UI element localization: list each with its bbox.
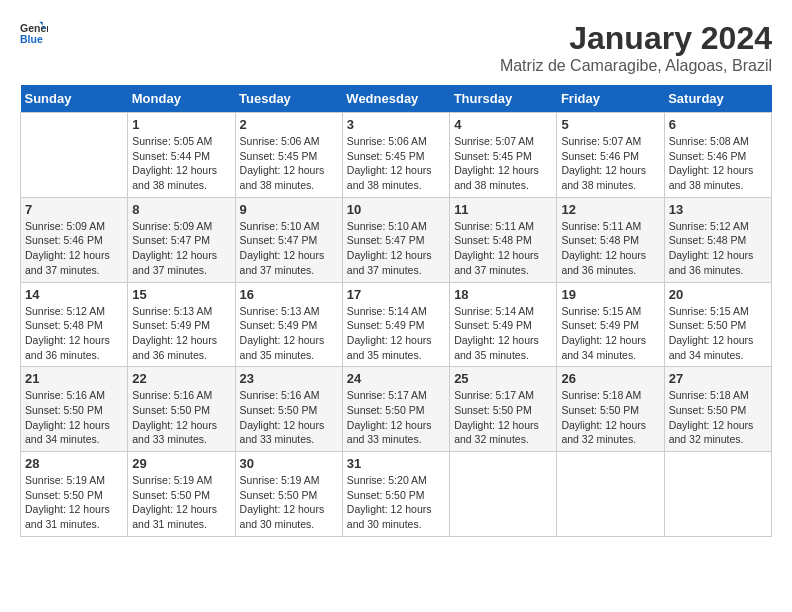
day-number: 23 (240, 371, 338, 386)
day-info: Sunrise: 5:09 AM Sunset: 5:46 PM Dayligh… (25, 219, 123, 278)
day-info: Sunrise: 5:05 AM Sunset: 5:44 PM Dayligh… (132, 134, 230, 193)
day-of-week-header: Monday (128, 85, 235, 113)
calendar-cell: 5Sunrise: 5:07 AM Sunset: 5:46 PM Daylig… (557, 113, 664, 198)
day-info: Sunrise: 5:08 AM Sunset: 5:46 PM Dayligh… (669, 134, 767, 193)
day-number: 18 (454, 287, 552, 302)
day-number: 31 (347, 456, 445, 471)
location-subtitle: Matriz de Camaragibe, Alagoas, Brazil (500, 57, 772, 75)
calendar-week-row: 1Sunrise: 5:05 AM Sunset: 5:44 PM Daylig… (21, 113, 772, 198)
calendar-cell: 13Sunrise: 5:12 AM Sunset: 5:48 PM Dayli… (664, 197, 771, 282)
calendar-week-row: 14Sunrise: 5:12 AM Sunset: 5:48 PM Dayli… (21, 282, 772, 367)
day-number: 21 (25, 371, 123, 386)
calendar-cell: 16Sunrise: 5:13 AM Sunset: 5:49 PM Dayli… (235, 282, 342, 367)
day-number: 2 (240, 117, 338, 132)
calendar-cell: 21Sunrise: 5:16 AM Sunset: 5:50 PM Dayli… (21, 367, 128, 452)
calendar-cell: 10Sunrise: 5:10 AM Sunset: 5:47 PM Dayli… (342, 197, 449, 282)
calendar-cell: 12Sunrise: 5:11 AM Sunset: 5:48 PM Dayli… (557, 197, 664, 282)
day-number: 16 (240, 287, 338, 302)
calendar-cell: 6Sunrise: 5:08 AM Sunset: 5:46 PM Daylig… (664, 113, 771, 198)
day-number: 28 (25, 456, 123, 471)
calendar-cell: 18Sunrise: 5:14 AM Sunset: 5:49 PM Dayli… (450, 282, 557, 367)
day-of-week-header: Tuesday (235, 85, 342, 113)
day-number: 12 (561, 202, 659, 217)
day-number: 8 (132, 202, 230, 217)
day-info: Sunrise: 5:15 AM Sunset: 5:50 PM Dayligh… (669, 304, 767, 363)
day-info: Sunrise: 5:10 AM Sunset: 5:47 PM Dayligh… (240, 219, 338, 278)
calendar-cell (21, 113, 128, 198)
day-info: Sunrise: 5:12 AM Sunset: 5:48 PM Dayligh… (25, 304, 123, 363)
day-number: 5 (561, 117, 659, 132)
calendar-cell (450, 452, 557, 537)
day-info: Sunrise: 5:18 AM Sunset: 5:50 PM Dayligh… (561, 388, 659, 447)
day-info: Sunrise: 5:20 AM Sunset: 5:50 PM Dayligh… (347, 473, 445, 532)
day-info: Sunrise: 5:17 AM Sunset: 5:50 PM Dayligh… (454, 388, 552, 447)
day-info: Sunrise: 5:12 AM Sunset: 5:48 PM Dayligh… (669, 219, 767, 278)
calendar-body: 1Sunrise: 5:05 AM Sunset: 5:44 PM Daylig… (21, 113, 772, 537)
day-info: Sunrise: 5:07 AM Sunset: 5:45 PM Dayligh… (454, 134, 552, 193)
calendar-cell: 28Sunrise: 5:19 AM Sunset: 5:50 PM Dayli… (21, 452, 128, 537)
day-number: 24 (347, 371, 445, 386)
day-number: 10 (347, 202, 445, 217)
calendar-week-row: 28Sunrise: 5:19 AM Sunset: 5:50 PM Dayli… (21, 452, 772, 537)
day-number: 22 (132, 371, 230, 386)
calendar-cell: 27Sunrise: 5:18 AM Sunset: 5:50 PM Dayli… (664, 367, 771, 452)
calendar-header-row: SundayMondayTuesdayWednesdayThursdayFrid… (21, 85, 772, 113)
calendar-table: SundayMondayTuesdayWednesdayThursdayFrid… (20, 85, 772, 537)
day-info: Sunrise: 5:16 AM Sunset: 5:50 PM Dayligh… (25, 388, 123, 447)
day-of-week-header: Friday (557, 85, 664, 113)
calendar-cell: 14Sunrise: 5:12 AM Sunset: 5:48 PM Dayli… (21, 282, 128, 367)
day-number: 7 (25, 202, 123, 217)
logo-icon: General Blue (20, 20, 48, 48)
calendar-cell: 25Sunrise: 5:17 AM Sunset: 5:50 PM Dayli… (450, 367, 557, 452)
day-number: 9 (240, 202, 338, 217)
day-number: 6 (669, 117, 767, 132)
day-info: Sunrise: 5:14 AM Sunset: 5:49 PM Dayligh… (347, 304, 445, 363)
day-of-week-header: Wednesday (342, 85, 449, 113)
day-number: 11 (454, 202, 552, 217)
day-info: Sunrise: 5:13 AM Sunset: 5:49 PM Dayligh… (132, 304, 230, 363)
day-info: Sunrise: 5:15 AM Sunset: 5:49 PM Dayligh… (561, 304, 659, 363)
day-number: 25 (454, 371, 552, 386)
day-number: 15 (132, 287, 230, 302)
day-number: 3 (347, 117, 445, 132)
calendar-cell: 17Sunrise: 5:14 AM Sunset: 5:49 PM Dayli… (342, 282, 449, 367)
calendar-cell: 4Sunrise: 5:07 AM Sunset: 5:45 PM Daylig… (450, 113, 557, 198)
calendar-cell: 3Sunrise: 5:06 AM Sunset: 5:45 PM Daylig… (342, 113, 449, 198)
calendar-cell: 30Sunrise: 5:19 AM Sunset: 5:50 PM Dayli… (235, 452, 342, 537)
calendar-cell: 8Sunrise: 5:09 AM Sunset: 5:47 PM Daylig… (128, 197, 235, 282)
calendar-cell: 29Sunrise: 5:19 AM Sunset: 5:50 PM Dayli… (128, 452, 235, 537)
calendar-cell: 7Sunrise: 5:09 AM Sunset: 5:46 PM Daylig… (21, 197, 128, 282)
day-number: 1 (132, 117, 230, 132)
calendar-cell: 31Sunrise: 5:20 AM Sunset: 5:50 PM Dayli… (342, 452, 449, 537)
page-header: General Blue January 2024 Matriz de Cama… (20, 20, 772, 75)
day-number: 30 (240, 456, 338, 471)
day-info: Sunrise: 5:17 AM Sunset: 5:50 PM Dayligh… (347, 388, 445, 447)
day-info: Sunrise: 5:11 AM Sunset: 5:48 PM Dayligh… (561, 219, 659, 278)
day-info: Sunrise: 5:19 AM Sunset: 5:50 PM Dayligh… (240, 473, 338, 532)
day-of-week-header: Saturday (664, 85, 771, 113)
month-title: January 2024 (500, 20, 772, 57)
day-info: Sunrise: 5:10 AM Sunset: 5:47 PM Dayligh… (347, 219, 445, 278)
day-info: Sunrise: 5:13 AM Sunset: 5:49 PM Dayligh… (240, 304, 338, 363)
calendar-cell: 22Sunrise: 5:16 AM Sunset: 5:50 PM Dayli… (128, 367, 235, 452)
calendar-cell: 23Sunrise: 5:16 AM Sunset: 5:50 PM Dayli… (235, 367, 342, 452)
calendar-cell: 24Sunrise: 5:17 AM Sunset: 5:50 PM Dayli… (342, 367, 449, 452)
logo: General Blue (20, 20, 48, 48)
day-number: 19 (561, 287, 659, 302)
calendar-cell: 26Sunrise: 5:18 AM Sunset: 5:50 PM Dayli… (557, 367, 664, 452)
calendar-week-row: 21Sunrise: 5:16 AM Sunset: 5:50 PM Dayli… (21, 367, 772, 452)
day-info: Sunrise: 5:09 AM Sunset: 5:47 PM Dayligh… (132, 219, 230, 278)
calendar-cell: 1Sunrise: 5:05 AM Sunset: 5:44 PM Daylig… (128, 113, 235, 198)
day-number: 4 (454, 117, 552, 132)
day-number: 14 (25, 287, 123, 302)
calendar-week-row: 7Sunrise: 5:09 AM Sunset: 5:46 PM Daylig… (21, 197, 772, 282)
title-block: January 2024 Matriz de Camaragibe, Alago… (500, 20, 772, 75)
calendar-cell (557, 452, 664, 537)
day-info: Sunrise: 5:19 AM Sunset: 5:50 PM Dayligh… (132, 473, 230, 532)
day-of-week-header: Thursday (450, 85, 557, 113)
day-number: 17 (347, 287, 445, 302)
calendar-cell: 2Sunrise: 5:06 AM Sunset: 5:45 PM Daylig… (235, 113, 342, 198)
day-info: Sunrise: 5:16 AM Sunset: 5:50 PM Dayligh… (132, 388, 230, 447)
day-info: Sunrise: 5:06 AM Sunset: 5:45 PM Dayligh… (240, 134, 338, 193)
calendar-cell: 15Sunrise: 5:13 AM Sunset: 5:49 PM Dayli… (128, 282, 235, 367)
